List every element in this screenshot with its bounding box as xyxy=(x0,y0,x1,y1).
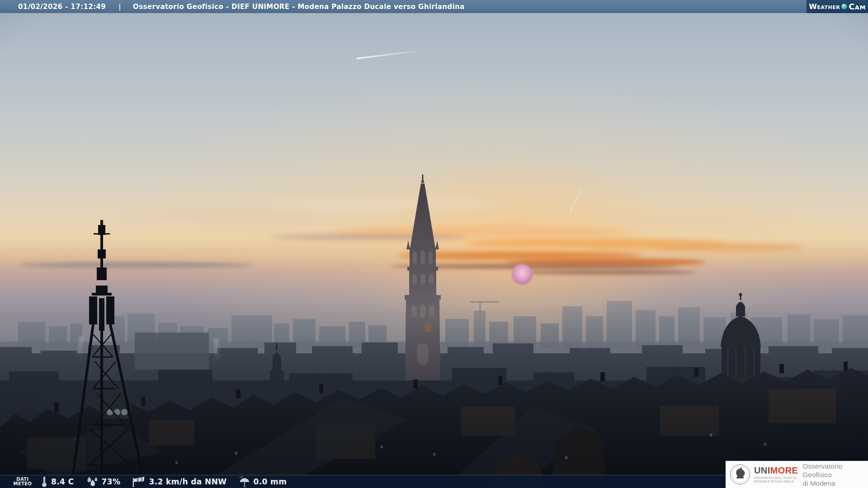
windsock-icon xyxy=(132,476,146,488)
meteo-label: DATI METEO xyxy=(10,477,35,487)
unimore-wordmark: UNIMORE xyxy=(754,466,798,475)
humidity-value: 73% xyxy=(102,477,121,486)
meteo-readings: 8.4 C 73% xyxy=(41,476,298,488)
weathercam-word2: Cam xyxy=(849,2,866,11)
webcam-photo xyxy=(0,0,868,488)
vignette-overlay xyxy=(0,0,868,488)
humidity-reading: 73% xyxy=(86,476,121,487)
separator: | xyxy=(118,3,121,11)
umbrella-icon xyxy=(238,476,250,488)
observatory-name: Osservatorio Geofisico di Modena xyxy=(802,462,868,488)
weathercam-dot-icon xyxy=(841,4,847,9)
page-title: Osservatorio Geofisico - DIEF UNIMORE - … xyxy=(133,3,465,11)
unimore-subtitle: UNIVERSITÀ DEGLI STUDI DI MODENA E REGGI… xyxy=(754,476,798,483)
unimore-brand-box[interactable]: UNIMORE UNIVERSITÀ DEGLI STUDI DI MODENA… xyxy=(726,461,868,488)
humidity-drops-icon xyxy=(86,476,99,487)
wind-reading: 3.2 km/h da NNW xyxy=(132,476,226,488)
weathercam-word1: Weather xyxy=(809,2,840,11)
rain-value: 0.0 mm xyxy=(253,477,287,486)
temperature-reading: 8.4 C xyxy=(41,476,74,488)
temperature-value: 8.4 C xyxy=(51,477,74,486)
rain-reading: 0.0 mm xyxy=(238,476,287,488)
unimore-seal-icon xyxy=(730,464,750,485)
header-bar: 01/02/2026 - 17:12:49 | Osservatorio Geo… xyxy=(0,0,868,13)
unimore-wordmark-block: UNIMORE UNIVERSITÀ DEGLI STUDI DI MODENA… xyxy=(754,466,798,483)
webcam-view: 01/02/2026 - 17:12:49 | Osservatorio Geo… xyxy=(0,0,868,488)
wind-value: 3.2 km/h da NNW xyxy=(149,477,226,486)
timestamp: 01/02/2026 - 17:12:49 xyxy=(18,3,106,11)
weathercam-logo[interactable]: Weather Cam xyxy=(807,0,868,13)
thermometer-icon xyxy=(41,476,48,488)
